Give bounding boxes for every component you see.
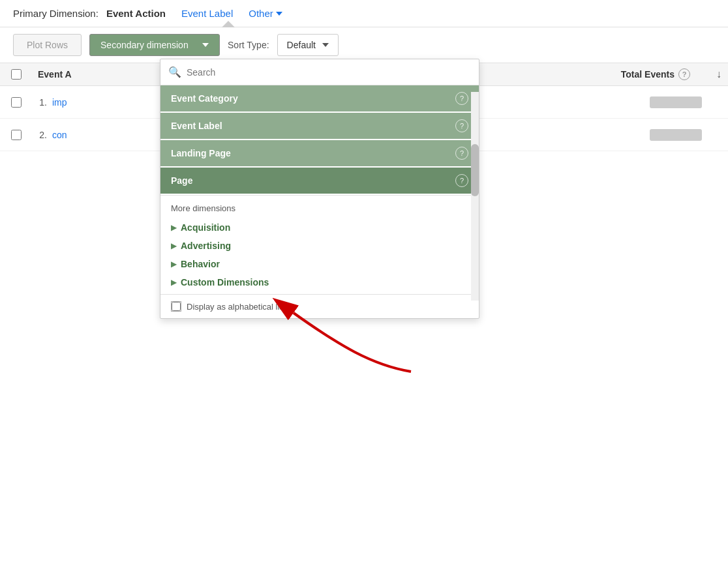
- event-category-help-icon[interactable]: ?: [455, 92, 468, 105]
- row-num-2: 2.: [33, 130, 52, 140]
- top-bar: Primary Dimension: Event Action Event La…: [0, 0, 728, 27]
- sort-type-dropdown[interactable]: Default: [277, 34, 339, 56]
- header-checkbox-cell: [0, 69, 33, 80]
- search-icon: 🔍: [168, 66, 181, 78]
- total-events-help-icon[interactable]: ?: [678, 68, 690, 80]
- secondary-dimension-panel: 🔍 Event Category ? Event Label ? Landing…: [160, 59, 479, 319]
- custom-dimensions-expand-icon: ▶: [171, 278, 177, 287]
- event-label-link[interactable]: Event Label: [181, 8, 233, 19]
- footer-label: Display as alphabetical list: [187, 302, 286, 312]
- scroll-thumb[interactable]: [471, 144, 479, 196]
- menu-item-event-label[interactable]: Event Label ?: [160, 113, 479, 140]
- alphabetical-list-checkbox[interactable]: [172, 302, 181, 311]
- select-all-checkbox[interactable]: [11, 69, 22, 80]
- dim-group-custom-dimensions[interactable]: ▶ Custom Dimensions: [171, 273, 468, 291]
- sort-type-label: Sort Type:: [228, 40, 269, 50]
- other-dropdown-arrow-icon: [276, 12, 282, 16]
- toolbar: Plot Rows Secondary dimension Sort Type:…: [0, 27, 728, 63]
- behavior-expand-icon: ▶: [171, 259, 177, 269]
- page-help-icon[interactable]: ?: [455, 174, 468, 187]
- scroll-track: [471, 92, 479, 301]
- row-link-2[interactable]: con: [52, 130, 150, 140]
- row-1-checkbox[interactable]: [11, 97, 22, 108]
- event-label-help-icon[interactable]: ?: [455, 119, 468, 132]
- other-dropdown[interactable]: Other: [249, 8, 282, 19]
- secondary-dimension-label: Secondary dimension: [100, 40, 189, 50]
- search-input[interactable]: [187, 67, 471, 78]
- search-box: 🔍: [160, 59, 479, 85]
- blurred-value-2: [650, 129, 702, 141]
- other-label: Other: [249, 8, 273, 19]
- row-2-checkbox[interactable]: [11, 130, 22, 140]
- primary-dimension-label: Primary Dimension:: [13, 8, 99, 19]
- row-checkbox-2: [0, 130, 33, 140]
- secondary-dimension-arrow-icon: [202, 43, 209, 47]
- alphabetical-checkbox[interactable]: [171, 301, 181, 312]
- event-action-label: Event Action: [106, 8, 166, 19]
- menu-item-page[interactable]: Page ?: [160, 168, 479, 195]
- row-checkbox-1: [0, 97, 33, 108]
- col-event-action: Event A: [33, 69, 163, 80]
- row-value-2: [598, 129, 728, 141]
- secondary-dimension-button[interactable]: Secondary dimension: [89, 34, 220, 56]
- sort-arrow-icon[interactable]: ↓: [716, 68, 728, 80]
- plot-rows-button[interactable]: Plot Rows: [13, 34, 82, 56]
- advertising-expand-icon: ▶: [171, 241, 177, 250]
- col-total-events: Total Events ?: [621, 68, 716, 80]
- sort-type-value: Default: [287, 40, 316, 50]
- menu-item-event-category[interactable]: Event Category ?: [160, 85, 479, 113]
- dim-group-acquisition[interactable]: ▶ Acquisition: [171, 218, 468, 237]
- row-num-1: 1.: [33, 97, 52, 108]
- menu-item-landing-page[interactable]: Landing Page ?: [160, 140, 479, 168]
- acquisition-expand-icon: ▶: [171, 223, 177, 232]
- sort-type-arrow-icon: [322, 43, 329, 47]
- row-link-1[interactable]: imp: [52, 97, 150, 108]
- more-dimensions-section: More dimensions ▶ Acquisition ▶ Advertis…: [160, 195, 479, 294]
- more-dimensions-title: More dimensions: [171, 203, 468, 213]
- landing-page-help-icon[interactable]: ?: [455, 147, 468, 160]
- row-value-1: [598, 96, 728, 108]
- dropdown-footer: Display as alphabetical list: [160, 294, 479, 318]
- dim-group-advertising[interactable]: ▶ Advertising: [171, 237, 468, 255]
- dim-group-behavior[interactable]: ▶ Behavior: [171, 255, 468, 273]
- blurred-value-1: [650, 96, 702, 108]
